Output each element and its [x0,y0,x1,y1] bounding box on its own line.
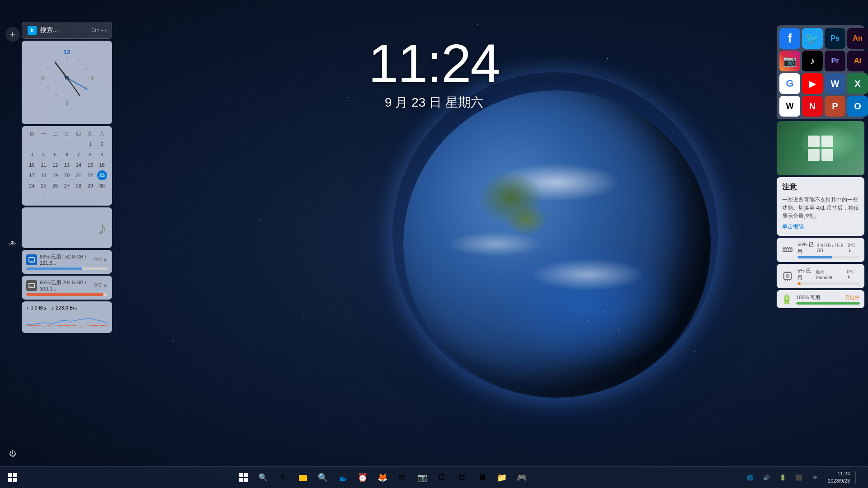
youtube-icon[interactable]: ▶ [802,73,823,94]
network-graph [26,311,108,327]
tray-battery[interactable]: 🔋 [775,470,790,485]
cal-day[interactable]: 27 [62,181,72,191]
cal-day[interactable]: 4 [62,191,72,201]
tray-color[interactable]: ⬛ [792,470,806,485]
wikipedia-icon[interactable]: W [779,96,800,117]
taskbar-notepad[interactable]: 🗒 [433,469,451,487]
cal-day[interactable]: 29 [85,181,95,191]
cal-day[interactable]: 13 [62,160,72,170]
cal-day[interactable]: 8 [85,150,95,160]
cal-day[interactable]: 9 [97,150,107,160]
disk-c-bar-bg [26,267,108,270]
cal-day[interactable]: 21 [74,170,84,180]
facebook-icon[interactable]: f [779,28,800,49]
tray-extra[interactable]: 中 [808,470,822,485]
cal-tue: 二 [49,131,61,137]
taskbar-camera[interactable]: 📷 [413,469,431,487]
cal-day[interactable]: 29 [50,139,60,149]
taskbar-settings-app[interactable]: ⚙ [453,469,471,487]
cal-today[interactable]: 23 [97,170,107,180]
photoshop-icon[interactable]: Ps [825,28,845,49]
taskbar-edge[interactable] [334,469,352,487]
battery-bar-fill [796,302,860,305]
cal-day[interactable]: 28 [74,181,84,191]
cal-day[interactable]: 2 [38,191,48,201]
taskbar-start[interactable] [234,469,252,487]
cal-day[interactable]: 30 [97,181,107,191]
cal-day[interactable]: 7 [97,191,107,201]
network-widget: ↑ 0.0 B/s ↓ 223.0 B/s [22,301,112,333]
animate-icon[interactable]: An [847,28,868,49]
cal-day[interactable]: 16 [97,160,107,170]
cal-day[interactable]: 19 [50,170,60,180]
cal-day[interactable]: 4 [38,150,48,160]
illustrator-icon[interactable]: Ai [847,51,868,71]
cal-day[interactable]: 3 [27,150,37,160]
search-shortcut: Ctrl + / [91,28,106,33]
twitter-icon[interactable]: 🐦 [802,28,823,49]
cal-day[interactable]: 27 [27,139,37,149]
right-panel: f 🐦 Ps An 📷 ♪ Pr Ai G ▶ W X W N P O 注意 一… [773,22,868,312]
cal-day[interactable]: 2 [97,139,107,149]
tray-volume[interactable]: 🔊 [759,470,774,485]
cal-day[interactable]: 20 [62,170,72,180]
music-widget: - - ♪ [22,207,112,248]
cal-day[interactable]: 10 [27,160,37,170]
cal-sat: 六 [96,131,108,137]
cal-thu: 四 [73,131,85,137]
cal-day[interactable]: 15 [85,160,95,170]
taskbar-clock-app[interactable]: ⏰ [354,469,372,487]
word-icon[interactable]: W [825,73,845,94]
start-button[interactable] [4,469,22,487]
cal-day[interactable]: 31 [74,139,84,149]
show-desktop[interactable] [855,470,861,485]
cal-day[interactable]: 11 [38,160,48,170]
cal-day[interactable]: 3 [50,191,60,201]
notice-link[interactable]: 单击继续 [782,223,859,230]
cal-day[interactable]: 17 [27,170,37,180]
google-icon[interactable]: G [779,73,800,94]
wallpaper-preview[interactable] [777,121,864,175]
cal-day[interactable]: 18 [38,170,48,180]
windows-logo [8,473,17,482]
cal-day[interactable]: 30 [62,139,72,149]
network-upload: 0.0 B/s [31,305,46,310]
cal-day[interactable]: 14 [74,160,84,170]
premiere-icon[interactable]: Pr [825,51,845,71]
cal-day[interactable]: 1 [85,139,95,149]
excel-icon[interactable]: X [847,73,868,94]
taskbar-search2[interactable]: 🔍 [314,469,332,487]
taskbar-monitor[interactable]: 🖥 [473,469,491,487]
cal-day[interactable]: 12 [50,160,60,170]
tray-network[interactable]: 🌐 [743,470,757,485]
cal-day[interactable]: 24 [27,181,37,191]
taskbar-firefox[interactable]: 🦊 [373,469,392,487]
power-button[interactable]: ⏻ [5,446,20,461]
taskbar-folder[interactable]: 📁 [493,469,511,487]
taskbar-search[interactable]: 🔍 [254,469,272,487]
cal-day[interactable]: 22 [85,170,95,180]
taskbar-email[interactable]: ✉ [393,469,411,487]
cal-day[interactable]: 1 [27,191,37,201]
search-bar[interactable]: b 搜索... Ctrl + / [22,22,112,39]
cal-day[interactable]: 28 [38,139,48,149]
cal-day[interactable]: 5 [50,150,60,160]
taskbar-file-explorer[interactable] [294,469,312,487]
cal-day[interactable]: 6 [85,191,95,201]
cal-day[interactable]: 26 [50,181,60,191]
eye-icon[interactable]: 👁 [5,237,20,251]
cal-day[interactable]: 5 [74,191,84,201]
cal-day[interactable]: 7 [74,150,84,160]
taskbar-clock[interactable]: 11:24 2023/9/23 [824,470,854,484]
instagram-icon[interactable]: 📷 [779,51,800,71]
tiktok-icon[interactable]: ♪ [802,51,823,71]
netflix-icon[interactable]: N [802,96,823,117]
taskbar-taskview[interactable]: ⧉ [274,469,292,487]
cal-day[interactable]: 25 [38,181,48,191]
powerpoint-icon[interactable]: P [825,96,845,117]
disk-d-header: 95% 已用 284.5 GB / 300.0... 0°C 🌡 [26,279,108,291]
cal-day[interactable]: 6 [62,150,72,160]
add-widget-button[interactable]: + [5,27,20,42]
taskbar-game[interactable]: 🎮 [513,469,531,487]
outlook-icon[interactable]: O [847,96,868,117]
